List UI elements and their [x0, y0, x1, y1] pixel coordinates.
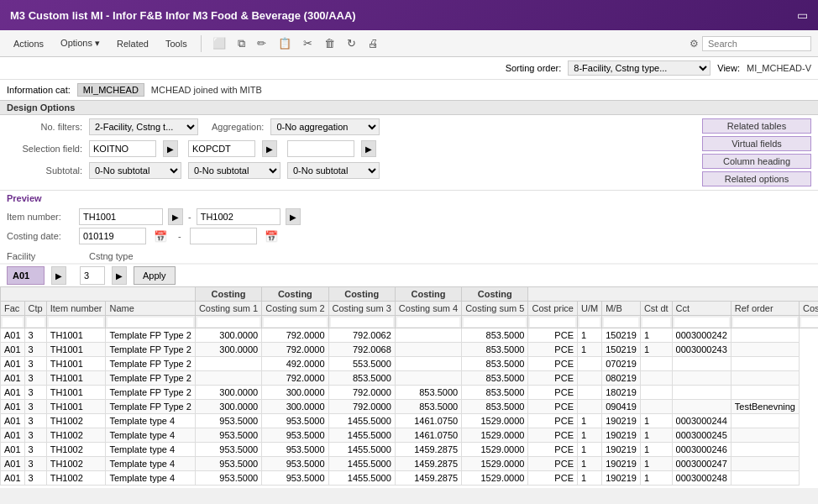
table-row[interactable]: A013TH1002Template type 4953.5000953.500… [1, 471, 819, 486]
table-row[interactable]: A013TH1001Template FP Type 2492.0000553.… [1, 357, 819, 371]
table-row[interactable]: A013TH1001Template FP Type 2300.0000792.… [1, 343, 819, 357]
filter-ref-order[interactable] [733, 318, 797, 327]
cell-9-1: 3 [24, 457, 46, 471]
column-headers-row: Fac Ctp Item number Name Costing sum 1 C… [1, 302, 819, 316]
cell-6-13: 0003000244 [672, 414, 731, 428]
cell-9-10: 1 [577, 457, 601, 471]
item-from-input[interactable] [79, 208, 163, 225]
related-menu[interactable]: Related [110, 36, 155, 51]
options-menu[interactable]: Options ▾ [54, 35, 107, 51]
facility-input[interactable] [7, 266, 45, 285]
selection-arrow3[interactable]: ▶ [361, 140, 376, 157]
cell-1-12: 1 [640, 343, 672, 357]
paste-icon[interactable]: 📋 [274, 34, 296, 52]
related-options-btn[interactable]: Related options [702, 171, 811, 186]
facility-arrow[interactable]: ▶ [51, 266, 66, 285]
selection-input2[interactable] [188, 140, 255, 157]
virtual-fields-btn[interactable]: Virtual fields [702, 136, 811, 151]
cell-10-0: A01 [1, 471, 25, 486]
filter-sum1[interactable] [197, 318, 260, 327]
table-row[interactable]: A013TH1002Template type 4953.5000953.500… [1, 443, 819, 457]
costing-group-row: Costing Costing Costing Costing Costing [1, 287, 819, 302]
cell-9-5: 953.5000 [262, 457, 328, 471]
edit-icon[interactable]: ✏ [253, 34, 270, 52]
filter-cst-dt[interactable] [642, 318, 670, 327]
cell-1-3: Template FP Type 2 [106, 343, 195, 357]
data-table-container[interactable]: Costing Costing Costing Costing Costing … [0, 286, 818, 488]
sorting-order-label: Sorting order: [506, 63, 562, 73]
cell-4-5: 300.0000 [262, 386, 328, 400]
actions-menu[interactable]: Actions [7, 36, 50, 51]
subtotal-select2[interactable]: 0-No subtotal [188, 162, 281, 179]
filters-select[interactable]: 2-Facility, Cstng t... [89, 118, 198, 135]
tools-menu[interactable]: Tools [159, 36, 194, 51]
cell-3-4 [195, 371, 261, 386]
table-row[interactable]: A013TH1002Template type 4953.5000953.500… [1, 414, 819, 428]
filter-sum4[interactable] [397, 318, 459, 327]
filter-sum2[interactable] [264, 318, 326, 327]
cell-2-8: 853.5000 [462, 357, 528, 371]
table-row[interactable]: A013TH1002Template type 4953.5000953.500… [1, 428, 819, 443]
sorting-order-select[interactable]: 8-Facility, Cstng type... [568, 60, 711, 76]
item-from-arrow[interactable]: ▶ [168, 208, 183, 225]
preview-header: Preview [0, 190, 818, 206]
copy-icon[interactable]: ⧉ [233, 34, 249, 53]
subtotal-select3[interactable]: 0-No subtotal [287, 162, 380, 179]
item-to-input[interactable] [197, 208, 281, 225]
refresh-icon[interactable]: ↻ [343, 34, 360, 52]
filter-name[interactable] [107, 318, 192, 327]
filter-mb[interactable] [604, 318, 638, 327]
subtotal-select1[interactable]: 0-No subtotal [89, 162, 181, 179]
filter-cost-price[interactable] [530, 318, 575, 327]
filter-um[interactable] [579, 318, 600, 327]
search-input[interactable] [702, 36, 811, 51]
filter-fac[interactable] [3, 318, 23, 327]
selection-arrow2[interactable]: ▶ [262, 140, 277, 157]
related-tables-btn[interactable]: Related tables [702, 118, 811, 134]
close-icon[interactable]: ▭ [797, 8, 808, 22]
cell-8-14 [731, 443, 799, 457]
cstng-arrow[interactable]: ▶ [112, 266, 127, 285]
cut-icon[interactable]: ✂ [299, 34, 317, 52]
item-number-row: Item number: ▶ - ▶ [7, 208, 811, 225]
cstng-input[interactable] [80, 266, 105, 285]
cell-8-1: 3 [24, 443, 46, 457]
col-fac: Fac [1, 302, 25, 316]
new-icon[interactable]: ⬜ [208, 34, 230, 52]
item-to-arrow[interactable]: ▶ [286, 208, 301, 225]
apply-button[interactable]: Apply [134, 266, 176, 285]
filter-sum5[interactable] [464, 318, 526, 327]
cell-6-0: A01 [1, 414, 25, 428]
aggregation-select[interactable]: 0-No aggregation [270, 118, 380, 135]
calendar-to-icon[interactable]: 📅 [262, 228, 281, 244]
cell-5-1: 3 [24, 400, 46, 414]
filter-sum3[interactable] [331, 318, 393, 327]
print-icon[interactable]: 🖨 [364, 34, 383, 52]
selection-input1[interactable] [89, 140, 156, 157]
selection-arrow1[interactable]: ▶ [163, 140, 178, 157]
table-row[interactable]: A013TH1002Template type 4953.5000953.500… [1, 457, 819, 471]
cell-3-14 [731, 371, 799, 386]
filter-item-number[interactable] [49, 318, 104, 327]
calendar-from-icon[interactable]: 📅 [151, 228, 170, 244]
table-row[interactable]: A013TH1001Template FP Type 2300.0000300.… [1, 386, 819, 400]
column-heading-btn[interactable]: Column heading [702, 154, 811, 169]
date-to-input[interactable] [190, 228, 257, 244]
delete-icon[interactable]: 🗑 [320, 34, 339, 52]
filter-costing-name[interactable] [801, 318, 818, 327]
selection-input3[interactable] [287, 140, 354, 157]
table-row[interactable]: A013TH1001Template FP Type 2792.0000853.… [1, 371, 819, 386]
filter-ctp[interactable] [27, 318, 45, 327]
filter-cct[interactable] [674, 318, 729, 327]
item-dash: - [188, 212, 191, 222]
date-from-input[interactable] [79, 228, 146, 244]
cell-0-3: Template FP Type 2 [106, 328, 195, 343]
cell-5-0: A01 [1, 400, 25, 414]
cell-8-3: Template type 4 [106, 443, 195, 457]
col-costing-sum3: Costing sum 3 [328, 302, 395, 316]
cell-4-13 [672, 386, 731, 400]
design-options-body: No. filters: 2-Facility, Cstng t... Aggr… [0, 115, 818, 190]
table-row[interactable]: A013TH1001Template FP Type 2300.0000792.… [1, 328, 819, 343]
cell-1-8: 853.5000 [462, 343, 528, 357]
table-row[interactable]: A013TH1001Template FP Type 2300.0000300.… [1, 400, 819, 414]
